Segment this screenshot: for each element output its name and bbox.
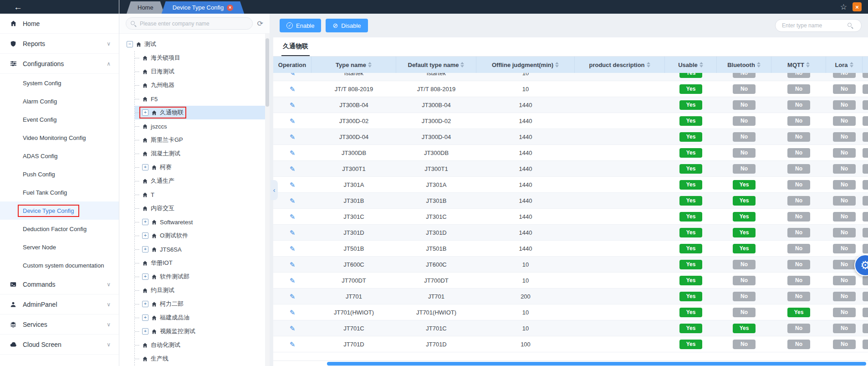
tab-close-icon[interactable]: × bbox=[227, 5, 233, 11]
tree-node[interactable]: +视频监控测试 bbox=[135, 325, 270, 338]
sidebar-item-reports[interactable]: Reports∨ bbox=[0, 34, 119, 54]
edit-pencil-icon[interactable]: ✎ bbox=[290, 277, 296, 284]
close-icon[interactable]: × bbox=[853, 2, 862, 11]
column-header-product-description[interactable]: product description bbox=[575, 57, 665, 73]
expand-plus-icon[interactable]: + bbox=[142, 273, 148, 280]
tree-node[interactable]: 斯里兰卡GP bbox=[135, 133, 270, 147]
tab-home[interactable]: Home bbox=[127, 1, 164, 14]
edit-pencil-icon[interactable]: ✎ bbox=[290, 229, 296, 236]
company-tab[interactable]: 久通物联 bbox=[281, 42, 310, 56]
tree-node[interactable]: +Softwaretest bbox=[135, 215, 270, 229]
column-header-offline-judgment-min[interactable]: Offline judgment(min) bbox=[476, 57, 575, 73]
tree-node[interactable]: 海关锁项目 bbox=[135, 51, 270, 65]
tree-node[interactable]: 混凝土测试 bbox=[135, 147, 270, 160]
tree-node[interactable]: +久通物联 bbox=[135, 106, 270, 119]
sidebar-item-push-config[interactable]: Push Config bbox=[0, 165, 119, 183]
expand-plus-icon[interactable]: + bbox=[142, 232, 148, 239]
edit-pencil-icon[interactable]: ✎ bbox=[290, 118, 296, 124]
expand-plus-icon[interactable]: + bbox=[142, 109, 148, 116]
tab-device-type-config[interactable]: Device Type Config× bbox=[162, 1, 245, 14]
column-header-mqtt[interactable]: MQTT bbox=[771, 57, 826, 73]
collapse-tree-handle[interactable]: ‹ bbox=[271, 180, 278, 200]
tree-scrollbar-thumb[interactable] bbox=[266, 38, 269, 107]
expand-plus-icon[interactable]: + bbox=[142, 301, 148, 307]
enable-button[interactable]: ✓ Enable bbox=[280, 19, 321, 32]
tree-node[interactable]: F5 bbox=[135, 92, 270, 106]
tree-node[interactable]: +柯力二部 bbox=[135, 297, 270, 311]
edit-pencil-icon[interactable]: ✎ bbox=[290, 309, 296, 316]
sort-icon[interactable] bbox=[700, 62, 703, 67]
edit-pencil-icon[interactable]: ✎ bbox=[290, 325, 296, 332]
tree-scrollbar[interactable] bbox=[265, 34, 270, 366]
tree-node[interactable]: 华册IOT bbox=[135, 256, 270, 270]
sidebar-item-configurations[interactable]: Configurations∧ bbox=[0, 54, 119, 74]
edit-pencil-icon[interactable]: ✎ bbox=[290, 197, 296, 204]
expand-plus-icon[interactable]: + bbox=[142, 219, 148, 225]
edit-pencil-icon[interactable]: ✎ bbox=[290, 293, 296, 300]
column-header-lora[interactable]: Lora bbox=[826, 57, 863, 73]
tree-node[interactable]: 九州电器 bbox=[135, 78, 270, 92]
tree-node[interactable]: 内容交互 bbox=[135, 201, 270, 215]
sidebar-item-alarm-config[interactable]: Alarm Config bbox=[0, 92, 119, 110]
edit-pencil-icon[interactable]: ✎ bbox=[290, 213, 296, 220]
edit-pencil-icon[interactable]: ✎ bbox=[290, 134, 296, 140]
sidebar-item-fuel-tank-config[interactable]: Fuel Tank Config bbox=[0, 183, 119, 201]
edit-pencil-icon[interactable]: ✎ bbox=[290, 181, 296, 188]
expand-plus-icon[interactable]: + bbox=[142, 328, 148, 335]
sidebar-item-custom-system-documentation[interactable]: Custom system documentation bbox=[0, 256, 119, 274]
sidebar-item-system-config[interactable]: System Config bbox=[0, 74, 119, 92]
tree-node[interactable]: +O测试软件 bbox=[135, 229, 270, 242]
edit-pencil-icon[interactable]: ✎ bbox=[290, 341, 296, 348]
favorite-star-icon[interactable]: ☆ bbox=[840, 3, 847, 11]
sort-icon[interactable] bbox=[555, 62, 559, 67]
sidebar-item-video-monitoring-config[interactable]: Video Monitoring Config bbox=[0, 129, 119, 147]
edit-pencil-icon[interactable]: ✎ bbox=[290, 261, 296, 268]
sort-icon[interactable] bbox=[460, 62, 464, 67]
disable-button[interactable]: ⊘ Disable bbox=[326, 19, 368, 32]
tree-node[interactable]: +软件测试部 bbox=[135, 270, 270, 284]
sort-icon[interactable] bbox=[806, 62, 810, 67]
sort-icon[interactable] bbox=[757, 62, 761, 67]
expand-plus-icon[interactable]: + bbox=[142, 246, 148, 253]
horizontal-scrollbar[interactable] bbox=[273, 361, 868, 366]
edit-pencil-icon[interactable]: ✎ bbox=[290, 102, 296, 108]
sidebar-item-device-type-config[interactable]: Device Type Config bbox=[0, 201, 119, 220]
expand-plus-icon[interactable]: + bbox=[142, 164, 148, 170]
sidebar-item-server-node[interactable]: Server Node bbox=[0, 238, 119, 256]
refresh-icon[interactable]: ⟳ bbox=[257, 20, 263, 27]
column-header-usable[interactable]: Usable bbox=[665, 57, 717, 73]
tree-node[interactable]: +福建成品油 bbox=[135, 311, 270, 325]
edit-pencil-icon[interactable]: ✎ bbox=[290, 73, 296, 77]
sidebar-item-home[interactable]: Home bbox=[0, 14, 119, 34]
sidebar-item-cloud-screen[interactable]: Cloud Screen∨ bbox=[0, 335, 119, 355]
tree-node[interactable]: 自动化测试 bbox=[135, 338, 270, 352]
horizontal-scrollbar-thumb[interactable] bbox=[327, 362, 866, 366]
tree-node[interactable]: jszccs bbox=[135, 119, 270, 133]
column-header-bluetooth[interactable]: Bluetooth bbox=[717, 57, 771, 73]
sidebar-item-adas-config[interactable]: ADAS Config bbox=[0, 147, 119, 165]
sort-icon[interactable] bbox=[368, 62, 372, 67]
sort-icon[interactable] bbox=[850, 62, 853, 67]
tree-node[interactable]: 久通生产 bbox=[135, 174, 270, 188]
tree-root-node[interactable]: −测试 bbox=[125, 37, 270, 51]
expand-plus-icon[interactable]: + bbox=[142, 314, 148, 321]
tree-node[interactable]: 生产线 bbox=[135, 352, 270, 366]
tree-node[interactable]: +柯赛 bbox=[135, 160, 270, 174]
edit-pencil-icon[interactable]: ✎ bbox=[290, 245, 296, 252]
tree-node[interactable]: 约旦测试 bbox=[135, 284, 270, 297]
tree-node[interactable]: T bbox=[135, 188, 270, 201]
sidebar-item-services[interactable]: Services∨ bbox=[0, 314, 119, 335]
company-search-input[interactable] bbox=[126, 17, 253, 30]
edit-pencil-icon[interactable]: ✎ bbox=[290, 165, 296, 172]
sidebar-item-deduction-factor-config[interactable]: Deduction Factor Config bbox=[0, 220, 119, 238]
sidebar-item-commands[interactable]: Commands∨ bbox=[0, 274, 119, 294]
sidebar-item-event-config[interactable]: Event Config bbox=[0, 110, 119, 129]
tree-node[interactable]: 日海测试 bbox=[135, 65, 270, 78]
column-header-type-name[interactable]: Type name bbox=[311, 57, 396, 73]
sort-icon[interactable] bbox=[647, 62, 650, 67]
tree-node[interactable]: +JTS6SA bbox=[135, 242, 270, 256]
edit-pencil-icon[interactable]: ✎ bbox=[290, 86, 296, 93]
edit-pencil-icon[interactable]: ✎ bbox=[290, 149, 296, 156]
collapse-expander-icon[interactable]: − bbox=[127, 41, 133, 47]
back-arrow-icon[interactable]: ← bbox=[14, 3, 22, 11]
